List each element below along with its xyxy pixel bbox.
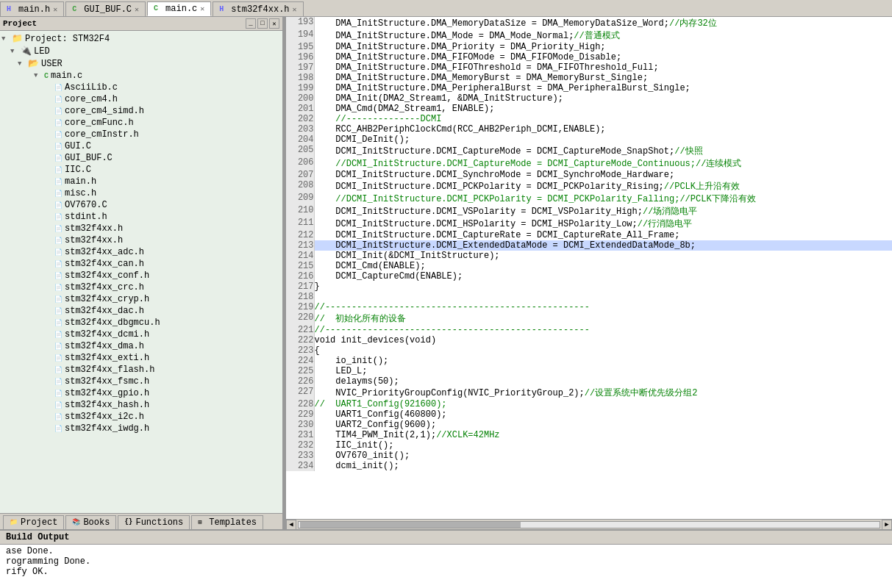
tab-books[interactable]: 📚 Books [65, 515, 116, 529]
tree-label: core_cm4_simd.h [65, 106, 144, 116]
tree-item-stm32-fsmc[interactable]: ▶ 📄 stm32f4xx_fsmc.h [0, 376, 282, 387]
tree-item-led[interactable]: ▼ 🔌 LED [0, 45, 282, 57]
tree-item-stm32-dac[interactable]: ▶ 📄 stm32f4xx_dac.h [0, 305, 282, 317]
tab-close-icon[interactable]: ✕ [293, 5, 297, 14]
tab-main-c[interactable]: C main.c ✕ [147, 1, 211, 16]
tree-item-main-c[interactable]: ▼ C main.c [0, 70, 282, 82]
tree-item-stm32-dma[interactable]: ▶ 📄 stm32f4xx_dma.h [0, 340, 282, 352]
tree-item-gui-buf[interactable]: ▶ 📄 GUI_BUF.C [0, 152, 282, 164]
line-code: DCMI_InitStructure.DCMI_SynchroMode = DC… [314, 170, 892, 180]
tree-item-misc[interactable]: ▶ 📄 misc.h [0, 187, 282, 199]
panel-close-btn[interactable]: ✕ [269, 18, 279, 29]
panel-restore-btn[interactable]: □ [257, 18, 268, 29]
scroll-track[interactable] [298, 521, 880, 528]
line-number: 194 [286, 29, 314, 42]
tree-item-stm32-gpio[interactable]: ▶ 📄 stm32f4xx_gpio.h [0, 387, 282, 399]
tree-item-core-cm4[interactable]: ▶ 📄 core_cm4.h [0, 93, 282, 105]
templates-tab-icon: ⊞ [198, 518, 207, 527]
tree-item-core-cmfunc[interactable]: ▶ 📄 core_cmFunc.h [0, 117, 282, 129]
line-code: TIM4_PWM_Init(2,1);//XCLK=42MHz [314, 430, 892, 440]
line-number: 234 [286, 461, 314, 471]
tab-project[interactable]: 📁 Project [3, 515, 64, 529]
file-icon: 📄 [54, 96, 63, 104]
line-number: 229 [286, 409, 314, 420]
table-row: 211 DCMI_InitStructure.DCMI_HSPolarity =… [286, 218, 892, 230]
file-icon: 📄 [54, 131, 63, 139]
tree-item-project[interactable]: ▼ 📁 Project: STM32F4 [0, 32, 282, 45]
tree-label: stm32f4xx_gpio.h [65, 388, 149, 398]
table-row: 213 DCMI_InitStructure.DCMI_ExtendedData… [286, 240, 892, 251]
table-row: 216 DCMI_CaptureCmd(ENABLE); [286, 271, 892, 282]
table-row: 205 DCMI_InitStructure.DCMI_CaptureMode … [286, 145, 892, 157]
tab-label: stm32f4xx.h [231, 4, 289, 15]
tab-templates[interactable]: ⊞ Templates [191, 515, 263, 529]
horizontal-scrollbar[interactable]: ◀ ▶ [286, 519, 892, 529]
tree-item-core-cminstr[interactable]: ▶ 📄 core_cmInstr.h [0, 129, 282, 140]
tab-stm32f4xx-h[interactable]: H stm32f4xx.h ✕ [213, 1, 303, 16]
expand-arrow: ▼ [18, 60, 28, 68]
scroll-thumb[interactable] [300, 522, 521, 528]
c-file-icon: C [154, 4, 163, 13]
table-row: 232 IIC_init(); [286, 440, 892, 451]
tab-books-label: Books [83, 517, 110, 528]
file-tree[interactable]: ▼ 📁 Project: STM32F4 ▼ 🔌 LED ▼ 📂 USER ▼ … [0, 31, 282, 513]
tree-item-stm32-dcmi[interactable]: ▶ 📄 stm32f4xx_dcmi.h [0, 329, 282, 340]
file-icon: 📄 [54, 248, 63, 257]
tree-item-stm32-i2c[interactable]: ▶ 📄 stm32f4xx_i2c.h [0, 411, 282, 423]
panel-titlebar-buttons: _ □ ✕ [246, 18, 279, 29]
tab-gui-buf-c[interactable]: C GUI_BUF.C ✕ [65, 1, 146, 16]
tree-item-user[interactable]: ▼ 📂 USER [0, 57, 282, 70]
scroll-left-arrow[interactable]: ◀ [286, 520, 296, 530]
tab-functions[interactable]: {} Functions [118, 515, 190, 529]
line-code: DMA_InitStructure.DMA_Priority = DMA_Pri… [314, 42, 892, 52]
tab-main-h[interactable]: H main.h ✕ [0, 1, 64, 16]
panel-minimize-btn[interactable]: _ [246, 18, 256, 29]
table-row: 226 delayms(50); [286, 376, 892, 387]
table-row: 223{ [286, 345, 892, 356]
line-number: 224 [286, 356, 314, 366]
tree-item-stm32-iwdg[interactable]: ▶ 📄 stm32f4xx_iwdg.h [0, 423, 282, 434]
tree-item-stm32-conf[interactable]: ▶ 📄 stm32f4xx_conf.h [0, 270, 282, 282]
file-icon: 📄 [54, 201, 63, 209]
line-code: DMA_Cmd(DMA2_Stream1, ENABLE); [314, 104, 892, 114]
line-number: 215 [286, 261, 314, 271]
tree-label: stm32f4xx_exti.h [65, 353, 149, 363]
line-number: 222 [286, 335, 314, 345]
tree-item-stm32-dbgmcu[interactable]: ▶ 📄 stm32f4xx_dbgmcu.h [0, 317, 282, 329]
books-tab-icon: 📚 [72, 518, 81, 527]
tree-item-stm32-2[interactable]: ▶ 📄 stm32f4xx.h [0, 234, 282, 246]
tab-close-icon[interactable]: ✕ [53, 5, 57, 14]
tree-label: stm32f4xx_flash.h [65, 365, 154, 375]
tree-item-stm32-1[interactable]: ▶ 📄 stm32f4xx.h [0, 223, 282, 234]
tree-item-ov7670[interactable]: ▶ 📄 OV7670.C [0, 199, 282, 211]
file-icon: 📄 [54, 213, 63, 221]
code-editor[interactable]: 193 DMA_InitStructure.DMA_MemoryDataSize… [286, 17, 892, 519]
line-code: IIC_init(); [314, 440, 892, 451]
user-icon: 📂 [28, 58, 39, 69]
tree-item-stm32-adc[interactable]: ▶ 📄 stm32f4xx_adc.h [0, 246, 282, 258]
tree-item-stm32-crc[interactable]: ▶ 📄 stm32f4xx_crc.h [0, 282, 282, 293]
scroll-right-arrow[interactable]: ▶ [882, 520, 892, 530]
file-icon: 📄 [54, 343, 63, 351]
tree-item-gui[interactable]: ▶ 📄 GUI.C [0, 140, 282, 152]
tree-label: stm32f4xx_conf.h [65, 270, 149, 281]
h-file-icon: H [7, 5, 15, 14]
tree-item-stdint[interactable]: ▶ 📄 stdint.h [0, 211, 282, 223]
table-row: 201 DMA_Cmd(DMA2_Stream1, ENABLE); [286, 104, 892, 114]
tree-label: core_cmInstr.h [65, 129, 139, 140]
tree-label-project: Project: STM32F4 [25, 34, 110, 44]
tree-item-main-h[interactable]: ▶ 📄 main.h [0, 176, 282, 187]
tree-item-stm32-can[interactable]: ▶ 📄 stm32f4xx_can.h [0, 258, 282, 270]
tree-item-stm32-flash[interactable]: ▶ 📄 stm32f4xx_flash.h [0, 364, 282, 376]
table-row: 207 DCMI_InitStructure.DCMI_SynchroMode … [286, 170, 892, 180]
tab-close-icon[interactable]: ✕ [135, 5, 139, 14]
tree-item-stm32-hash[interactable]: ▶ 📄 stm32f4xx_hash.h [0, 399, 282, 411]
tab-close-icon[interactable]: ✕ [200, 4, 204, 13]
table-row: 215 DCMI_Cmd(ENABLE); [286, 261, 892, 271]
tree-item-stm32-cryp[interactable]: ▶ 📄 stm32f4xx_cryp.h [0, 293, 282, 305]
tree-item-core-cm4-simd[interactable]: ▶ 📄 core_cm4_simd.h [0, 105, 282, 117]
tree-item-asciilib[interactable]: ▶ 📄 AsciiLib.c [0, 82, 282, 93]
tree-item-stm32-exti[interactable]: ▶ 📄 stm32f4xx_exti.h [0, 352, 282, 364]
tree-label: core_cmFunc.h [65, 118, 134, 128]
tree-item-iic[interactable]: ▶ 📄 IIC.C [0, 164, 282, 176]
